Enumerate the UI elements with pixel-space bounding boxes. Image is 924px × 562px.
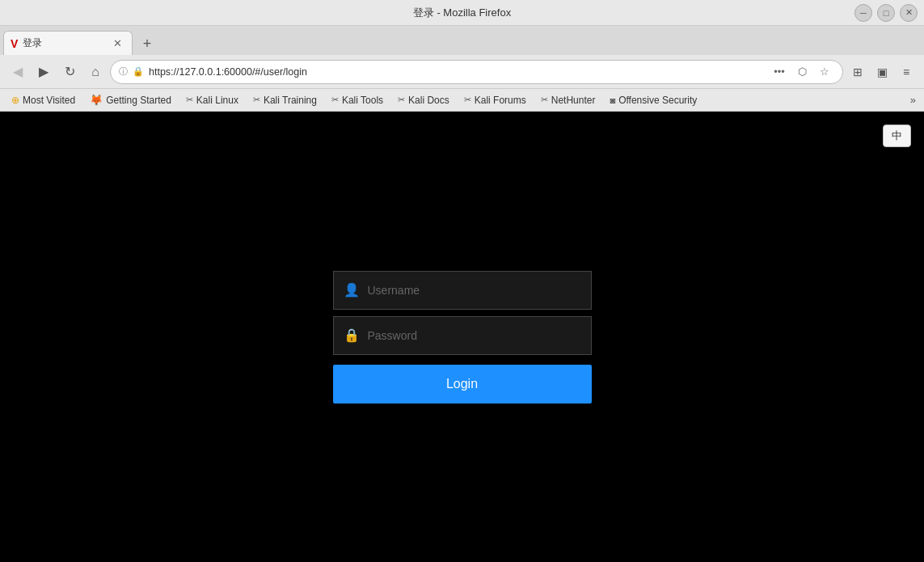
bookmark-most-visited[interactable]: ⊕ Most Visited [5,93,82,108]
bookmark-nethunter-label: NetHunter [551,95,596,106]
bookmark-kali-docs-label: Kali Docs [408,95,449,106]
bookmark-nethunter[interactable]: ✂ NetHunter [534,93,602,108]
login-button[interactable]: Login [333,365,592,404]
bookmark-kali-tools[interactable]: ✂ Kali Tools [325,93,390,108]
bookmark-most-visited-label: Most Visited [23,95,75,106]
bookmark-kali-docs[interactable]: ✂ Kali Docs [391,93,456,108]
most-visited-icon: ⊕ [11,95,19,106]
tab-favicon: V [11,37,18,50]
login-form: 👤 🔒 Login [333,271,592,404]
address-bar[interactable]: ⓘ 🔒 https://127.0.0.1:60000/#/user/login… [110,60,843,84]
kali-training-icon: ✂ [253,95,260,105]
info-icon: ⓘ [119,65,128,78]
maximize-button[interactable]: □ [877,4,895,22]
kali-forums-icon: ✂ [464,95,471,105]
bookmark-kali-forums-label: Kali Forums [475,95,526,106]
username-icon: 👤 [344,282,360,298]
bookmark-offensive-security-label: Offensive Security [618,95,697,106]
close-button[interactable]: ✕ [900,4,918,22]
bookmark-kali-forums[interactable]: ✂ Kali Forums [458,93,533,108]
navbar: ◀ ▶ ↻ ⌂ ⓘ 🔒 https://127.0.0.1:60000/#/us… [0,55,924,89]
pocket-button[interactable]: ⬡ [792,62,812,82]
offensive-security-icon: ◙ [610,95,615,105]
bookmark-offensive-security[interactable]: ◙ Offensive Security [603,93,703,108]
kali-tools-icon: ✂ [331,95,339,105]
password-input[interactable] [368,329,581,342]
bookmark-star-button[interactable]: ☆ [815,62,834,82]
lock-icon: 🔒 [133,66,144,77]
titlebar: 登录 - Mozilla Firefox ─ □ ✕ [0,0,924,26]
bookmark-getting-started-label: Getting Started [106,95,171,106]
page-content: 中 👤 🔒 Login [0,112,924,562]
bookmarks-bar: ⊕ Most Visited 🦊 Getting Started ✂ Kali … [0,89,924,112]
bookmark-kali-tools-label: Kali Tools [342,95,383,106]
tab-login[interactable]: V 登录 ✕ [3,31,133,55]
bookmarks-more-button[interactable]: » [907,92,919,108]
username-input[interactable] [368,284,581,297]
kali-docs-icon: ✂ [398,95,405,105]
bookmark-kali-training[interactable]: ✂ Kali Training [247,93,323,108]
more-button[interactable]: ••• [770,62,789,82]
username-input-group: 👤 [333,271,592,310]
forward-button[interactable]: ▶ [32,61,55,83]
new-tab-button[interactable]: + [136,32,158,55]
password-input-group: 🔒 [333,316,592,355]
reload-button[interactable]: ↻ [58,61,81,83]
minimize-button[interactable]: ─ [854,4,872,22]
bookmark-kali-linux[interactable]: ✂ Kali Linux [179,93,245,108]
address-actions: ••• ⬡ ☆ [770,62,834,82]
getting-started-icon: 🦊 [90,94,103,106]
nethunter-icon: ✂ [541,95,548,105]
bookmark-kali-linux-label: Kali Linux [196,95,238,106]
kali-linux-icon: ✂ [186,95,193,105]
titlebar-controls: ─ □ ✕ [854,4,918,22]
translate-button[interactable]: 中 [883,125,911,147]
menu-button[interactable]: ≡ [895,61,918,83]
nav-extras: ⊞ ▣ ≡ [846,61,918,83]
home-button[interactable]: ⌂ [84,61,107,83]
tabbar: V 登录 ✕ + [0,26,924,55]
url-display: https://127.0.0.1:60000/#/user/login [149,66,765,78]
back-button[interactable]: ◀ [6,61,29,83]
password-icon: 🔒 [344,327,360,343]
bookmark-kali-training-label: Kali Training [264,95,317,106]
sidebar-button[interactable]: ▣ [871,61,893,83]
tab-close-button[interactable]: ✕ [110,36,125,51]
tab-label: 登录 [23,36,42,50]
library-button[interactable]: ⊞ [846,61,869,83]
titlebar-title: 登录 - Mozilla Firefox [413,6,511,20]
bookmark-getting-started[interactable]: 🦊 Getting Started [83,92,178,108]
